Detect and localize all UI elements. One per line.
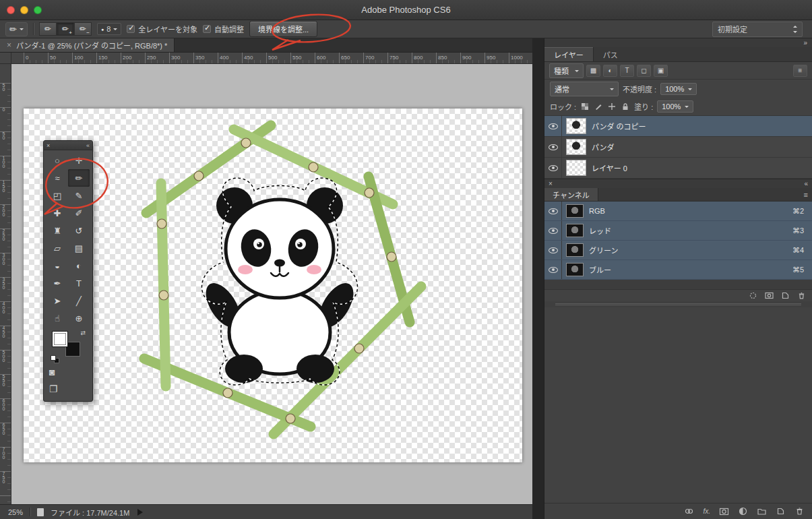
new-selection-button[interactable]: ✏ (39, 22, 57, 36)
layer-thumbnail[interactable] (566, 118, 586, 134)
channel-name[interactable]: レッド (589, 225, 611, 236)
tool-preset-picker[interactable]: ✏ (5, 22, 28, 36)
layer-row[interactable]: パンダ のコピー (544, 116, 812, 137)
channel-row[interactable]: レッド ⌘3 (544, 221, 812, 241)
channel-row[interactable]: ブルー ⌘5 (544, 260, 812, 280)
new-group-icon[interactable] (757, 506, 767, 516)
move-tool[interactable]: ✛ (68, 152, 90, 169)
visibility-toggle[interactable] (544, 116, 562, 136)
tab-channels[interactable]: チャンネル (544, 188, 598, 201)
path-selection-tool[interactable]: ➤ (46, 292, 68, 309)
channel-name[interactable]: グリーン (589, 245, 618, 255)
gradient-tool[interactable]: ▤ (68, 239, 90, 257)
fill-dropdown[interactable]: 100% (657, 100, 693, 113)
lasso-tool[interactable]: ≈ (46, 169, 68, 187)
channel-name[interactable]: ブルー (589, 264, 611, 275)
document-tab[interactable]: × パンダ-1 @ 25% (パンダ のコピー, RGB/8*) * (0, 38, 175, 52)
add-layer-mask-icon[interactable] (719, 506, 729, 516)
pen-tool[interactable]: ✒ (46, 274, 68, 292)
quick-selection-tool[interactable]: ✏ (68, 169, 90, 187)
panel-menu-icon[interactable]: ≡ (800, 188, 812, 201)
visibility-toggle[interactable] (544, 158, 562, 178)
canvas[interactable] (24, 109, 522, 462)
new-layer-icon[interactable] (776, 506, 786, 516)
expand-panels-icon[interactable]: » (803, 39, 807, 47)
status-menu-arrow-icon[interactable] (137, 509, 146, 516)
filter-shape-layers-button[interactable]: ◻ (637, 65, 651, 77)
layer-name[interactable]: パンダ (592, 142, 615, 152)
collapse-icon[interactable]: « (86, 142, 90, 149)
layer-name[interactable]: レイヤー 0 (592, 162, 627, 173)
filter-type-layers-button[interactable]: T (620, 65, 634, 77)
sample-all-layers-checkbox[interactable]: 全レイヤーを対象 (127, 24, 197, 34)
load-channel-selection-icon[interactable] (749, 291, 757, 300)
tab-layers[interactable]: レイヤー (544, 47, 594, 61)
close-icon[interactable]: × (549, 180, 553, 187)
channel-row[interactable]: RGB ⌘2 (544, 202, 812, 221)
lock-pixels-icon[interactable] (594, 102, 603, 111)
filter-adjustment-layers-button[interactable]: ◐ (603, 65, 617, 77)
history-brush-tool[interactable]: ↺ (68, 222, 90, 239)
filter-pixel-layers-button[interactable]: ▩ (586, 65, 600, 77)
ruler-origin-corner[interactable] (0, 53, 11, 63)
channel-name[interactable]: RGB (589, 207, 605, 215)
opacity-dropdown[interactable]: 100% (660, 83, 697, 95)
type-tool[interactable]: T (68, 274, 90, 292)
eraser-tool[interactable]: ▱ (46, 239, 68, 257)
swap-colors-icon[interactable]: ⇄ (80, 330, 86, 336)
add-to-selection-button[interactable]: ✏+ (57, 22, 74, 36)
close-window-button[interactable] (7, 6, 15, 14)
layer-style-icon[interactable]: fx. (703, 508, 710, 515)
visibility-toggle[interactable] (544, 221, 562, 240)
line-tool[interactable]: ╱ (68, 292, 90, 309)
zoom-tool[interactable]: ⊕ (68, 309, 90, 327)
filter-kind-dropdown[interactable]: 種類 (549, 63, 584, 78)
workspace-picker[interactable]: 初期設定 (712, 22, 803, 37)
lock-all-icon[interactable] (621, 102, 630, 111)
layer-row[interactable]: レイヤー 0 (544, 158, 812, 179)
save-selection-as-channel-icon[interactable] (765, 291, 774, 300)
eyedropper-tool[interactable]: ✎ (68, 187, 90, 204)
default-colors-icon[interactable] (51, 355, 56, 361)
visibility-toggle[interactable] (544, 137, 562, 157)
delete-channel-icon[interactable] (797, 291, 806, 300)
visibility-toggle[interactable] (544, 260, 562, 279)
layer-thumbnail[interactable] (566, 139, 586, 155)
hand-tool[interactable]: ☝ (46, 309, 68, 327)
lock-transparency-icon[interactable] (580, 102, 590, 111)
filter-toggle-button[interactable]: ≡ (793, 65, 807, 77)
tool-palette-header[interactable]: × « (44, 141, 92, 150)
filter-smart-object-button[interactable]: ▣ (654, 65, 668, 77)
brush-tool[interactable]: ✐ (68, 204, 90, 222)
lock-position-icon[interactable] (607, 102, 617, 111)
link-layers-icon[interactable] (684, 506, 694, 516)
close-icon[interactable]: × (46, 142, 50, 149)
panel-resize-grip[interactable] (544, 301, 812, 307)
healing-brush-tool[interactable]: ✚ (46, 204, 68, 222)
subtract-from-selection-button[interactable]: ✏− (74, 22, 92, 36)
blur-tool[interactable]: ◒ (46, 257, 68, 274)
layer-name[interactable]: パンダ のコピー (592, 121, 646, 131)
layer-row[interactable]: パンダ (544, 137, 812, 158)
adjustment-layer-icon[interactable] (738, 506, 748, 516)
collapse-icon[interactable]: « (804, 180, 808, 187)
foreground-color-swatch[interactable] (52, 331, 68, 347)
layer-thumbnail[interactable] (566, 160, 586, 176)
brush-size-picker[interactable]: ● 8 (97, 23, 121, 35)
visibility-toggle[interactable] (544, 241, 562, 260)
zoom-level[interactable]: 25% (8, 508, 23, 516)
dodge-tool[interactable]: ◐ (68, 257, 90, 274)
elliptical-marquee-tool[interactable]: ○ (46, 152, 68, 169)
new-channel-icon[interactable] (781, 291, 790, 300)
channel-row[interactable]: グリーン ⌘4 (544, 241, 812, 260)
crop-tool[interactable]: ◰ (46, 187, 68, 204)
auto-enhance-checkbox[interactable]: 自動調整 (203, 24, 244, 34)
screen-mode-button[interactable]: ❐ (49, 381, 87, 396)
tab-paths[interactable]: パス (594, 47, 627, 61)
tab-close-icon[interactable]: × (7, 40, 11, 50)
zoom-window-button[interactable] (34, 6, 42, 14)
quick-mask-button[interactable]: ◙ (49, 365, 87, 379)
visibility-toggle[interactable] (544, 202, 562, 220)
delete-layer-icon[interactable] (794, 506, 805, 516)
refine-edge-button[interactable]: 境界線を調整... (249, 21, 317, 37)
